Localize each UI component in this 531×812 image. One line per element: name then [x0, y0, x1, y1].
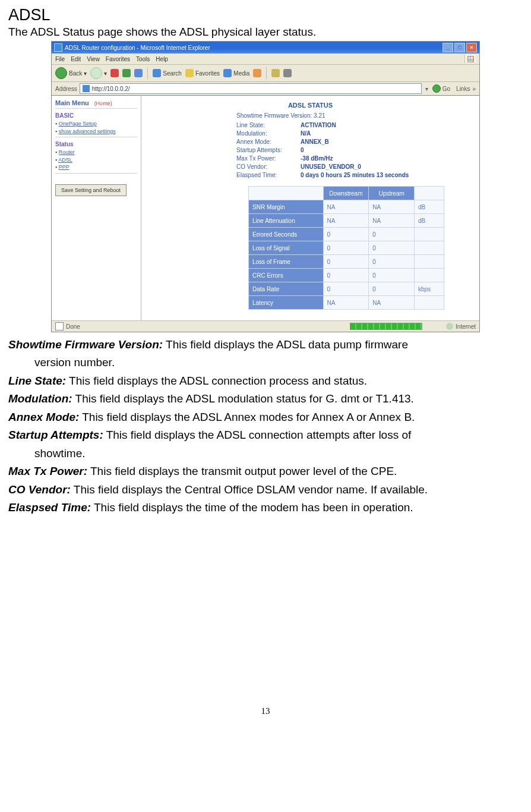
- search-label: Search: [163, 70, 182, 77]
- menubar: File Edit View Favorites Tools Help 🪟: [52, 53, 479, 65]
- table-row: LatencyNANA: [249, 296, 444, 310]
- home-link[interactable]: (Home): [94, 100, 112, 106]
- toolbar: Back ▾ ▾ Search Favorites Media: [52, 65, 479, 82]
- main-content: ADSL STATUS Showtime Firmware Version: 3…: [141, 96, 479, 320]
- separator: [266, 67, 267, 79]
- page-body: Main Menu (Home) BASIC ▪ OnePage Setup ▪…: [52, 96, 479, 320]
- def-term: CO Vendor:: [8, 483, 71, 496]
- sidebar-item-ppp[interactable]: ▪ PPP: [55, 163, 137, 171]
- def-term: Startup Attempts:: [8, 429, 103, 441]
- field-row: Startup Attempts:0: [236, 147, 473, 155]
- go-icon: [432, 84, 441, 93]
- def-text: This field displays the Central Office D…: [71, 483, 428, 496]
- definitions-list: Showtime Firmware Version: This field di…: [8, 336, 523, 516]
- browser-screenshot: ADSL Router configuration - Microsoft In…: [51, 41, 480, 332]
- col-unit: [414, 187, 444, 200]
- media-label: Media: [233, 70, 249, 77]
- menu-help[interactable]: Help: [156, 56, 168, 62]
- print-icon[interactable]: [283, 69, 292, 77]
- field-row: Annex Mode:ANNEX_B: [236, 139, 473, 147]
- menu-tools[interactable]: Tools: [136, 56, 150, 62]
- maximize-button[interactable]: □: [454, 43, 465, 52]
- sidebar-item-adsl[interactable]: ▪ ADSL: [55, 156, 137, 164]
- table-row: Line AttenuationNANAdB: [249, 214, 444, 228]
- media-icon: [223, 69, 232, 77]
- search-icon: [153, 69, 161, 77]
- table-row: Loss of Signal00: [249, 241, 444, 255]
- go-button[interactable]: Go: [432, 84, 450, 93]
- field-row: Modulation:N/A: [236, 130, 473, 139]
- home-icon[interactable]: [134, 69, 143, 77]
- menu-file[interactable]: File: [55, 56, 65, 62]
- col-upstream: Upstream: [369, 187, 415, 200]
- sidebar-item-router[interactable]: ▪ Router: [55, 149, 137, 156]
- favorites-label: Favorites: [195, 70, 220, 77]
- def-cont: version number.: [34, 354, 523, 371]
- forward-button[interactable]: ▾: [90, 67, 107, 79]
- def-text: This field displays the ADSL connection …: [103, 429, 412, 441]
- def-term: Line State:: [8, 374, 66, 387]
- refresh-icon[interactable]: [122, 69, 131, 77]
- field-row: Elaspsed Time:0 days 0 hours 25 minutes …: [236, 172, 473, 180]
- table-row: SNR MarginNANAdB: [249, 200, 444, 214]
- chevron-icon: »: [472, 86, 476, 92]
- back-label: Back: [69, 70, 82, 77]
- forward-icon: [90, 67, 102, 79]
- ie-icon: [54, 43, 62, 52]
- search-button[interactable]: Search: [153, 69, 182, 77]
- status-title: ADSL STATUS: [147, 102, 473, 109]
- page-number: 13: [8, 706, 523, 716]
- def-text: This field displays the ADSL data pump f…: [163, 338, 408, 351]
- def-text: This field displays the ADSL Annex modes…: [79, 411, 415, 423]
- links-label[interactable]: Links: [456, 86, 470, 92]
- minimize-button[interactable]: _: [442, 43, 453, 52]
- def-term: Modulation:: [8, 392, 72, 405]
- sidebar-item-onepage[interactable]: ▪ OnePage Setup: [55, 120, 137, 128]
- window-title: ADSL Router configuration - Microsoft In…: [65, 45, 441, 51]
- address-dropdown-icon[interactable]: ▾: [424, 86, 430, 92]
- status-done: Done: [66, 323, 80, 330]
- menu-favorites[interactable]: Favorites: [106, 56, 130, 62]
- table-blank-header: [249, 187, 324, 200]
- col-downstream: Downstream: [323, 187, 369, 200]
- status-fields: Showtime Firmware Version: 3.21 Line Sta…: [236, 112, 473, 180]
- def-text: This field displays the ADSL connection …: [66, 374, 367, 387]
- dropdown-icon: ▾: [84, 70, 87, 77]
- table-row: CRC Errors00: [249, 269, 444, 282]
- save-reboot-button[interactable]: Save Setting and Reboot: [55, 184, 127, 196]
- sidebar-item-advanced[interactable]: ▪ show advanced settings: [55, 128, 137, 136]
- table-row: Loss of Frame00: [249, 255, 444, 269]
- windows-logo-icon: 🪟: [464, 55, 476, 63]
- stop-icon[interactable]: [110, 69, 119, 77]
- def-text: This field displays the ADSL modulation …: [72, 392, 414, 405]
- field-row: Max Tx Power:-38 dBm/Hz: [236, 155, 473, 163]
- menu-edit[interactable]: Edit: [71, 56, 81, 62]
- back-icon: [55, 67, 67, 79]
- menu-view[interactable]: View: [87, 56, 100, 62]
- table-row: Data Rate00kbps: [249, 282, 444, 296]
- history-icon[interactable]: [253, 69, 261, 77]
- adsl-stats-table: Downstream Upstream SNR MarginNANAdB Lin…: [248, 186, 444, 310]
- def-term: Max Tx Power:: [8, 465, 87, 477]
- go-label: Go: [442, 86, 450, 92]
- status-internet: Internet: [456, 323, 476, 330]
- star-icon: [185, 69, 194, 77]
- basic-header: BASIC: [55, 112, 137, 119]
- firmware-row: Showtime Firmware Version: 3.21: [236, 112, 473, 121]
- page-icon: [83, 85, 90, 92]
- media-button[interactable]: Media: [223, 69, 249, 77]
- status-header: Status: [55, 141, 137, 147]
- def-term: Showtime Firmware Version:: [8, 338, 163, 351]
- back-button[interactable]: Back ▾: [55, 67, 87, 79]
- address-bar: Address http://10.0.0.2/ ▾ Go Links »: [52, 82, 479, 96]
- separator: [147, 67, 148, 79]
- window-titlebar: ADSL Router configuration - Microsoft In…: [52, 42, 479, 53]
- mail-icon[interactable]: [271, 69, 280, 77]
- close-button[interactable]: ×: [466, 43, 477, 52]
- favorites-button[interactable]: Favorites: [185, 69, 220, 77]
- section-heading: ADSL: [8, 6, 523, 24]
- address-input[interactable]: http://10.0.0.2/: [80, 83, 422, 94]
- main-menu-title: Main Menu: [55, 99, 89, 106]
- done-icon: [55, 322, 64, 331]
- address-label: Address: [55, 86, 77, 92]
